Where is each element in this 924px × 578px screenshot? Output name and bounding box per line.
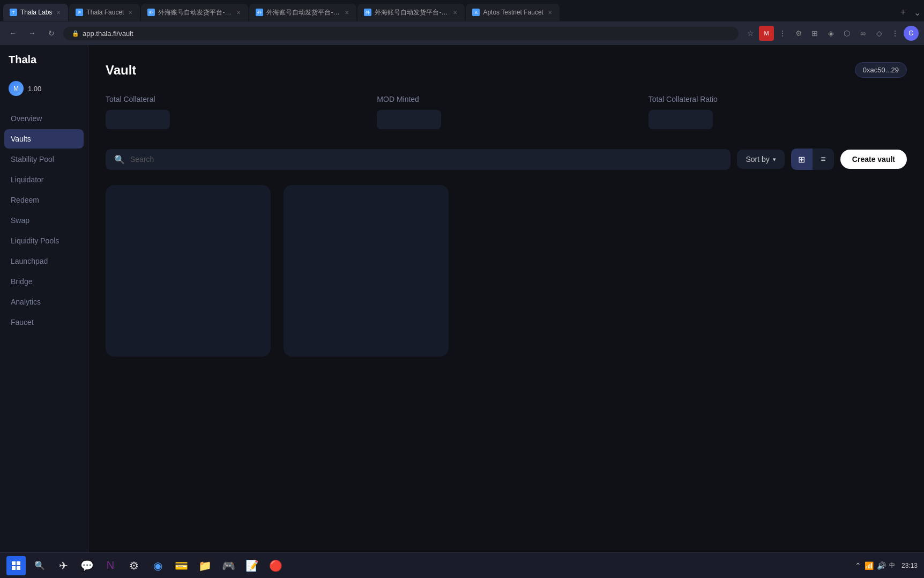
sidebar-item-swap[interactable]: Swap [4,211,84,230]
tab-tab-aptos[interactable]: A Aptos Testnet Faucet ✕ [466,4,560,21]
taskbar-volume-icon[interactable]: 🔊 [877,561,886,570]
back-button[interactable]: ← [5,26,20,41]
tab-close-button[interactable]: ✕ [55,9,62,17]
tab-favicon: 外 [147,9,155,16]
sidebar-item-faucet[interactable]: Faucet [4,313,84,332]
address-bar-row: ← → ↻ 🔒 app.thala.fi/vault ☆ M ⋮ ⚙ ⊞ ◈ ⬡… [0,21,924,45]
ext-btn-1[interactable]: M [759,26,774,41]
tab-favicon: T [10,9,17,16]
stat-label: Total Collateral [106,95,364,103]
taskbar-item9[interactable]: 🎮 [219,556,238,575]
search-icon: 🔍 [114,154,125,165]
vault-card[interactable] [284,185,449,357]
tab-close-button[interactable]: ✕ [344,9,350,17]
sidebar-item-liquidator[interactable]: Liquidator [4,170,84,189]
sidebar-item-vaults[interactable]: Vaults [4,129,84,149]
sidebar-nav: OverviewVaultsStability PoolLiquidatorRe… [0,109,88,332]
tab-label: 外海账号自动发货平台-账... [266,8,340,17]
tab-tab-thala-faucet[interactable]: F Thala Faucet ✕ [69,4,140,21]
sort-by-button[interactable]: Sort by ▾ [737,150,784,169]
stat-card-total-collateral-ratio: Total Collateral Ratio [649,95,907,129]
taskbar-item8[interactable]: 📁 [195,556,214,575]
ext-btn-3[interactable]: ⚙ [791,26,806,41]
grid-view-button[interactable]: ⊞ [791,149,813,170]
wallet-balance: 1.00 [28,85,41,93]
tab-favicon: 外 [364,9,371,16]
extension-icons: ☆ M ⋮ ⚙ ⊞ ◈ ⬡ ∞ ◇ ⋮ G [743,26,919,41]
sidebar-item-launchpad[interactable]: Launchpad [4,251,84,271]
taskbar-wechat[interactable]: 💬 [77,556,96,575]
taskbar-onenote[interactable]: N [101,556,120,575]
wallet-icon: M [9,81,24,96]
sidebar-item-redeem[interactable]: Redeem [4,190,84,210]
tab-close-button[interactable]: ✕ [127,9,133,17]
search-input[interactable] [130,155,722,164]
taskbar-search[interactable]: 🔍 [30,556,49,575]
taskbar-item10[interactable]: 📝 [242,556,262,575]
taskbar: 🔍 ✈ 💬 N ⚙ ◉ 💳 📁 🎮 📝 🔴 ⌃ 📶 🔊 中 23:13 [0,552,924,578]
tab-tab-thala-labs[interactable]: T Thala Labs ✕ [3,4,68,21]
vault-card[interactable] [106,185,271,357]
svg-rect-0 [12,561,16,565]
taskbar-telegram[interactable]: ✈ [54,556,73,575]
tab-label: 外海账号自动发货平台-账... [158,8,232,17]
app-container: Thala M 1.00 OverviewVaultsStability Poo… [0,45,924,552]
tab-close-button[interactable]: ✕ [235,9,242,17]
sidebar: Thala M 1.00 OverviewVaultsStability Poo… [0,45,88,552]
profile-button[interactable]: G [904,26,919,41]
taskbar-item11[interactable]: 🔴 [266,556,285,575]
reload-button[interactable]: ↻ [44,26,59,41]
taskbar-lang: 中 [889,561,895,569]
stat-value-placeholder [106,110,170,129]
ext-btn-5[interactable]: ◈ [823,26,838,41]
stat-card-total-collateral: Total Collateral [106,95,364,129]
tab-label: Thala Labs [20,9,52,16]
vault-grid [106,185,449,357]
new-tab-button[interactable]: + [896,5,911,20]
stat-value-placeholder [649,110,713,129]
taskbar-clock[interactable]: 23:13 [901,562,918,569]
stat-label: MOD Minted [377,95,635,103]
sidebar-item-bridge[interactable]: Bridge [4,272,84,291]
tab-label: 外海账号自动发货平台-账... [375,8,449,17]
list-view-button[interactable]: ≡ [813,149,834,170]
taskbar-right: ⌃ 📶 🔊 中 23:13 [855,561,918,570]
start-button[interactable] [6,556,26,575]
taskbar-browser[interactable]: ◉ [148,556,167,575]
taskbar-time-value: 23:13 [901,562,918,569]
create-vault-button[interactable]: Create vault [840,150,907,169]
ext-btn-4[interactable]: ⊞ [807,26,822,41]
tab-favicon: 外 [256,9,263,16]
ext-btn-7[interactable]: ∞ [855,26,870,41]
forward-button[interactable]: → [25,26,40,41]
tab-dropdown-button[interactable]: ⌄ [914,8,921,18]
tab-close-button[interactable]: ✕ [452,9,458,17]
ext-btn-6[interactable]: ⬡ [839,26,854,41]
sidebar-item-liquidity-pools[interactable]: Liquidity Pools [4,231,84,250]
tab-bar: T Thala Labs ✕ F Thala Faucet ✕ 外 外海账号自动… [0,0,924,21]
taskbar-expand-icon[interactable]: ⌃ [855,561,861,570]
sort-chevron-icon: ▾ [773,156,776,163]
taskbar-network-icon[interactable]: 📶 [865,561,874,570]
svg-rect-2 [12,566,16,570]
svg-rect-1 [17,561,20,565]
tab-close-button[interactable]: ✕ [547,9,553,17]
tab-tab-overseas3[interactable]: 外 外海账号自动发货平台-账... ✕ [357,4,465,21]
taskbar-wallet[interactable]: 💳 [172,556,191,575]
ext-btn-8[interactable]: ◇ [871,26,886,41]
filter-bar: 🔍 Sort by ▾ ⊞ ≡ Create vault [106,149,907,170]
wallet-address-button[interactable]: 0xac50...29 [855,62,907,78]
taskbar-item5[interactable]: ⚙ [124,556,144,575]
tab-tab-overseas1[interactable]: 外 外海账号自动发货平台-账... ✕ [141,4,248,21]
sidebar-item-overview[interactable]: Overview [4,109,84,128]
ext-btn-2[interactable]: ⋮ [775,26,790,41]
sidebar-item-analytics[interactable]: Analytics [4,292,84,312]
stat-label: Total Collateral Ratio [649,95,907,103]
tab-tab-overseas2[interactable]: 外 外海账号自动发货平台-账... ✕ [249,4,356,21]
address-bar[interactable]: 🔒 app.thala.fi/vault [63,27,739,40]
settings-button[interactable]: ⋮ [888,26,903,41]
view-toggle: ⊞ ≡ [791,149,834,170]
bookmark-button[interactable]: ☆ [743,26,758,41]
tab-favicon: F [76,9,83,16]
sidebar-item-stability-pool[interactable]: Stability Pool [4,150,84,169]
